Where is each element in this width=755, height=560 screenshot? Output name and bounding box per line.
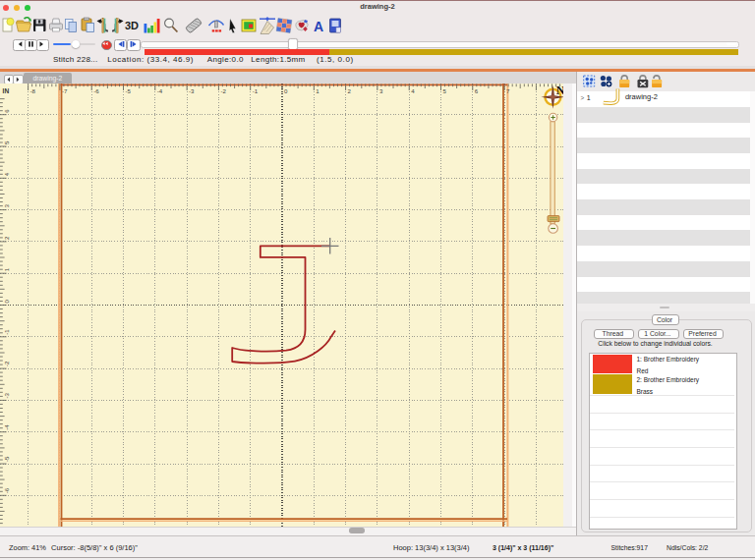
svg-text:-4: -4 — [3, 423, 10, 429]
svg-text:-3: -3 — [189, 86, 195, 93]
svg-text:-6: -6 — [3, 487, 10, 493]
svg-text:3D: 3D — [125, 20, 139, 31]
svg-text:3: 3 — [379, 86, 383, 93]
svg-text:-7: -7 — [62, 86, 68, 93]
svg-text:5: 5 — [3, 140, 10, 144]
svg-text:4: 4 — [411, 86, 415, 93]
svg-text:-2: -2 — [3, 361, 10, 366]
svg-text:5: 5 — [443, 86, 447, 93]
svg-text:4: 4 — [3, 172, 10, 176]
svg-text:1: 1 — [316, 86, 319, 93]
svg-text:-3: -3 — [3, 392, 10, 398]
svg-text:-1: -1 — [3, 328, 10, 334]
svg-text:3: 3 — [3, 203, 10, 207]
svg-text:-5: -5 — [126, 86, 132, 93]
svg-text:7: 7 — [506, 86, 510, 93]
svg-text:2: 2 — [3, 235, 10, 239]
svg-text:-2: -2 — [220, 86, 226, 93]
svg-text:-5: -5 — [3, 456, 10, 462]
svg-text:1: 1 — [3, 267, 10, 271]
svg-text:6: 6 — [475, 86, 479, 93]
svg-text:0: 0 — [3, 299, 10, 303]
svg-text:0: 0 — [284, 86, 288, 93]
svg-text:A: A — [314, 19, 323, 34]
svg-text:-4: -4 — [157, 86, 163, 93]
svg-text:-6: -6 — [93, 86, 99, 93]
svg-text:2: 2 — [348, 86, 352, 93]
svg-text:-1: -1 — [253, 86, 259, 93]
svg-text:IN: IN — [3, 87, 10, 94]
svg-text:-8: -8 — [30, 86, 36, 93]
svg-text:6: 6 — [3, 108, 10, 112]
